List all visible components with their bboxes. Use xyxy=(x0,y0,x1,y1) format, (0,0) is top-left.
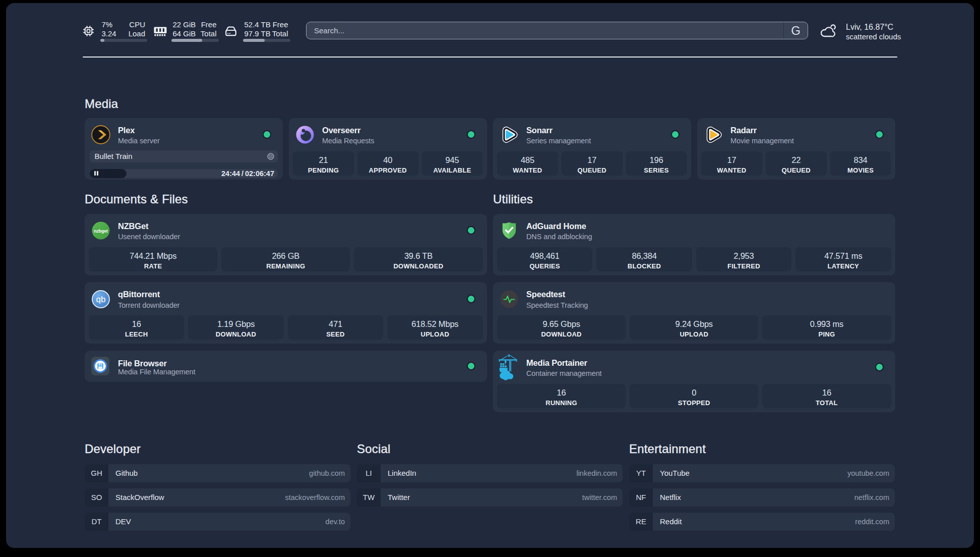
svg-text:qb: qb xyxy=(96,295,105,304)
svg-text:nzbget: nzbget xyxy=(94,229,108,234)
